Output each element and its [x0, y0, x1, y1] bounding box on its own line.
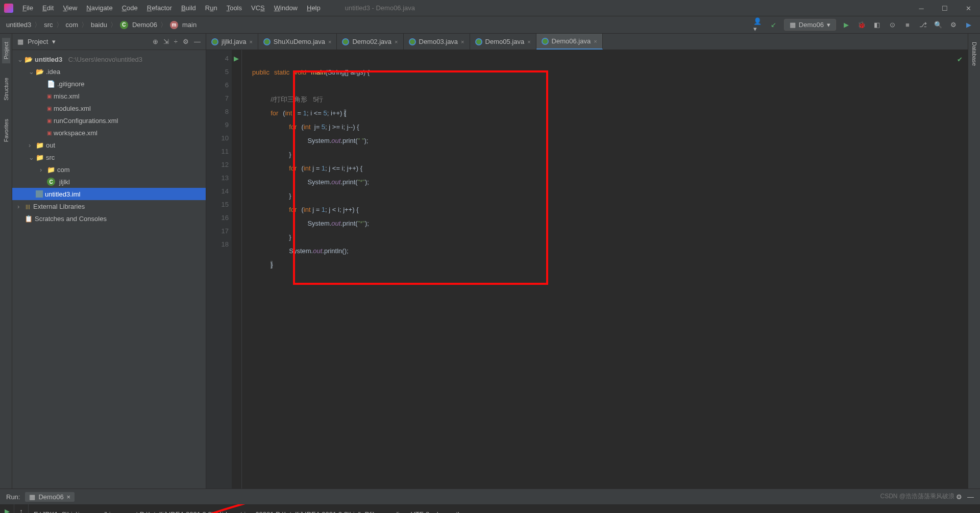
run-gutter-icon[interactable]: ▶	[234, 52, 239, 65]
crumb[interactable]: untitled3	[6, 21, 31, 29]
select-opened-icon[interactable]: ⊕	[153, 38, 158, 45]
menu-vcs[interactable]: VCS	[247, 2, 269, 14]
menu-file[interactable]: File	[18, 2, 37, 14]
structure-tool-tab[interactable]: Structure	[2, 74, 10, 105]
run-button[interactable]: ▶	[841, 20, 851, 30]
chevron-down-icon: ▾	[827, 21, 830, 29]
menu-navigate[interactable]: Navigate	[82, 2, 116, 14]
line-gutter: 4▶ 5678 9101112 13141516 1718	[206, 50, 232, 488]
run-toolbar-2: ↑ ↓ ⤶ ⤓ 🖶 🗑	[14, 504, 29, 513]
favorites-tool-tab[interactable]: Favorites	[2, 115, 10, 146]
menu-refactor[interactable]: Refactor	[143, 2, 176, 14]
editor-tabs: jljlkl.java× ShuXuDemo.java× Demo02.java…	[206, 34, 968, 50]
tree-file-class[interactable]: C jljlkl	[12, 176, 206, 188]
tab[interactable]: ShuXuDemo.java×	[258, 34, 337, 50]
close-icon[interactable]: ×	[328, 39, 331, 45]
gear-icon[interactable]: ⚙	[956, 493, 962, 501]
profile-button[interactable]: ⊙	[887, 20, 897, 30]
tree-file-iml[interactable]: untitled3.iml	[12, 188, 206, 200]
crumb[interactable]: baidu	[91, 21, 107, 29]
tree-file[interactable]: ▣ workspace.xml	[12, 127, 206, 139]
app-logo-icon	[4, 4, 13, 13]
nav-bar: untitled3〉 src〉 com〉 baidu〉 C Demo06〉 m …	[0, 16, 980, 34]
vcs-icon[interactable]: ⎇	[918, 20, 928, 30]
close-icon[interactable]: ×	[67, 493, 71, 501]
menu-run[interactable]: Run	[201, 2, 222, 14]
close-icon[interactable]: ×	[461, 39, 464, 45]
tab[interactable]: jljlkl.java×	[206, 34, 258, 50]
breadcrumb: untitled3〉 src〉 com〉 baidu〉 C Demo06〉 m …	[6, 20, 197, 30]
tree-file[interactable]: 📄 .gitignore	[12, 78, 206, 90]
close-icon[interactable]: ×	[395, 39, 398, 45]
gear-icon[interactable]: ⚙	[183, 38, 189, 45]
java-icon	[475, 38, 482, 45]
hide-icon[interactable]: —	[967, 493, 974, 501]
close-icon[interactable]: ×	[527, 39, 530, 45]
console-output[interactable]: E:\JDK1_8\bin\java.exe "-javaagent:D:\In…	[29, 504, 980, 513]
tree-file[interactable]: ▣ misc.xml	[12, 90, 206, 102]
tab[interactable]: Demo02.java×	[337, 34, 403, 50]
tree-folder-com[interactable]: ›📁 com	[12, 163, 206, 176]
java-icon	[542, 38, 549, 45]
ide-icon[interactable]: ▶	[964, 20, 974, 30]
crumb[interactable]: Demo06	[132, 21, 157, 29]
chevron-down-icon[interactable]: ▾	[52, 38, 56, 45]
java-icon	[342, 38, 349, 45]
tab[interactable]: Demo03.java×	[404, 34, 470, 50]
code-area[interactable]: 4▶ 5678 9101112 13141516 1718 public sta…	[206, 50, 968, 488]
maximize-button[interactable]: ☐	[933, 0, 957, 16]
tree-file[interactable]: ▣ runConfigurations.xml	[12, 114, 206, 127]
run-label: Run:	[6, 493, 20, 501]
project-tool-tab[interactable]: Project	[2, 38, 10, 63]
tab[interactable]: Demo05.java×	[470, 34, 536, 50]
tree-project-root[interactable]: ⌄📂 untitled3 C:\Users\lenovo\untitled3	[12, 53, 206, 65]
project-icon: ▦	[17, 38, 23, 45]
user-icon[interactable]: 👤▾	[753, 20, 764, 30]
close-icon[interactable]: ×	[594, 38, 597, 44]
crumb[interactable]: com	[66, 21, 79, 29]
up-icon[interactable]: ↑	[19, 507, 23, 513]
menu-code[interactable]: Code	[118, 2, 142, 14]
menu-view[interactable]: View	[59, 2, 81, 14]
project-panel: ▦ Project ▾ ⊕ ⇲ ÷ ⚙ — ⌄📂 untitled3 C:\Us…	[12, 34, 206, 488]
panel-title: Project	[28, 38, 48, 45]
tree-folder-out[interactable]: ›📁 out	[12, 139, 206, 151]
close-icon[interactable]: ×	[249, 39, 252, 45]
window-title: untitled3 - Demo06.java	[345, 4, 415, 12]
run-panel: Run: ▦ Demo06 × ⚙ — ▶ 🔧 ■ ⏏ ▭ 📌 ↑ ↓ ⤶ ⤓ …	[0, 488, 980, 513]
crumb[interactable]: main	[182, 21, 197, 29]
menu-edit[interactable]: Edit	[38, 2, 58, 14]
check-icon: ✔	[957, 53, 963, 66]
main-menu: File Edit View Navigate Code Refactor Bu…	[18, 2, 325, 14]
menu-help[interactable]: Help	[303, 2, 325, 14]
hide-icon[interactable]: —	[194, 38, 201, 45]
menu-tools[interactable]: Tools	[223, 2, 246, 14]
tree-file[interactable]: ▣ modules.xml	[12, 102, 206, 114]
collapse-all-icon[interactable]: ÷	[174, 38, 178, 45]
tree-scratches[interactable]: 📋 Scratches and Consoles	[12, 212, 206, 225]
right-tool-strip: Database	[968, 34, 980, 488]
search-icon[interactable]: 🔍	[933, 20, 943, 30]
crumb[interactable]: src	[44, 21, 53, 29]
stop-button[interactable]: ■	[902, 20, 913, 30]
tree-external-libs[interactable]: ›⫼ External Libraries	[12, 200, 206, 212]
settings-icon[interactable]: ⚙	[948, 20, 959, 30]
close-button[interactable]: ✕	[957, 0, 980, 16]
tree-folder-idea[interactable]: ⌄📂 .idea	[12, 65, 206, 78]
coverage-button[interactable]: ◧	[872, 20, 882, 30]
run-toolbar: ▶ 🔧 ■ ⏏ ▭ 📌	[0, 504, 14, 513]
debug-button[interactable]: 🐞	[856, 20, 867, 30]
rerun-icon[interactable]: ▶	[5, 507, 10, 513]
run-config-selector[interactable]: ▦ Demo06 ▾	[784, 19, 836, 31]
java-icon	[211, 38, 218, 45]
code-text[interactable]: public static void main(String[] args) {…	[242, 50, 968, 488]
menu-window[interactable]: Window	[270, 2, 302, 14]
menu-build[interactable]: Build	[177, 2, 200, 14]
tab-active[interactable]: Demo06.java×	[536, 34, 603, 50]
vcs-update-icon[interactable]: ↙	[769, 20, 779, 30]
expand-all-icon[interactable]: ⇲	[163, 38, 169, 45]
run-config-tab[interactable]: ▦ Demo06 ×	[25, 492, 75, 502]
minimize-button[interactable]: ─	[910, 0, 933, 16]
tree-folder-src[interactable]: ⌄📁 src	[12, 151, 206, 163]
database-tool-tab[interactable]: Database	[970, 38, 978, 70]
